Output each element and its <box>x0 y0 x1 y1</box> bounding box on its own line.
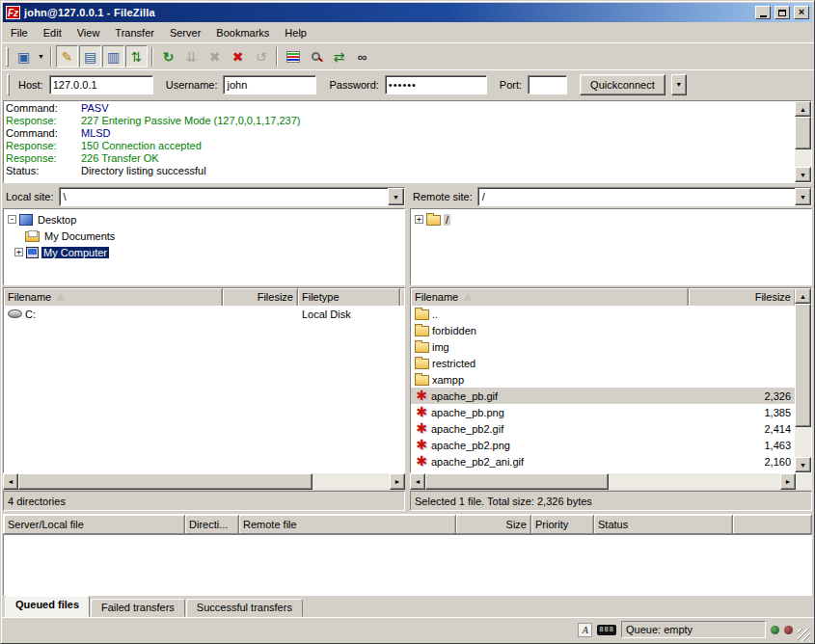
scroll-up-button[interactable]: ▲ <box>795 101 811 117</box>
minimize-button[interactable] <box>755 6 771 19</box>
file-row-apache-pb-gif[interactable]: ✱apache_pb.gif 2,326 <box>411 388 795 404</box>
expand-icon[interactable]: + <box>415 215 423 224</box>
scroll-up-button[interactable]: ▲ <box>795 288 811 304</box>
column-header-status[interactable]: Status <box>594 515 733 533</box>
local-site-combobox[interactable]: \ ▼ <box>59 187 405 206</box>
queue-tabs: Queued files Failed transfers Successful… <box>1 596 814 618</box>
menu-file[interactable]: File <box>3 25 36 40</box>
tree-item-root[interactable]: + / <box>411 211 811 228</box>
scrollbar-thumb[interactable] <box>795 117 811 149</box>
remote-site-combobox[interactable]: / ▼ <box>477 187 812 206</box>
local-directory-tree[interactable]: - Desktop My Documents + My Computer <box>3 208 405 285</box>
host-input[interactable] <box>49 75 153 94</box>
file-row-forbidden[interactable]: forbidden <box>411 322 795 338</box>
combo-dropdown-icon[interactable]: ▼ <box>388 188 404 205</box>
title-bar[interactable]: Fz john@127.0.0.1 - FileZilla × <box>3 3 812 22</box>
scroll-right-button[interactable]: ► <box>780 473 796 490</box>
menu-bookmarks[interactable]: Bookmarks <box>208 25 277 40</box>
column-header-filesize[interactable]: Filesize <box>223 288 298 306</box>
remote-vertical-scrollbar[interactable]: ▲ ▼ <box>795 288 811 472</box>
file-row-img[interactable]: img <box>411 338 795 355</box>
disconnect-button[interactable]: ✖ <box>227 45 249 67</box>
file-row-xampp[interactable]: xampp <box>411 371 795 388</box>
quickconnect-grip[interactable] <box>7 74 10 95</box>
site-manager-button[interactable]: ▣ <box>13 45 35 67</box>
speed-limits-icon[interactable]: 888 <box>597 625 616 635</box>
scrollbar-thumb[interactable] <box>425 473 609 490</box>
directory-comparison-button[interactable] <box>305 45 327 67</box>
port-input[interactable] <box>528 75 567 94</box>
file-row-c-drive[interactable]: C: Local Disk <box>4 306 404 322</box>
remote-horizontal-scrollbar[interactable]: ◄ ► <box>410 473 812 490</box>
synchronized-browsing-button[interactable]: ⇄ <box>328 45 350 67</box>
scrollbar-track[interactable] <box>795 427 811 457</box>
column-header-filename[interactable]: Filename <box>411 288 689 306</box>
column-header-server-local-file[interactable]: Server/Local file <box>4 515 185 533</box>
site-manager-icon: ▣ <box>17 50 30 64</box>
scroll-right-button[interactable]: ► <box>390 473 405 490</box>
local-list-body[interactable]: C: Local Disk <box>4 306 404 472</box>
toolbar-grip[interactable] <box>6 47 9 67</box>
password-input[interactable] <box>385 75 487 94</box>
transfer-queue-list[interactable] <box>3 534 812 596</box>
file-row-apache-pb2-png[interactable]: ✱apache_pb2.png 1,463 <box>411 437 795 453</box>
column-header-size[interactable]: Size <box>456 515 531 533</box>
tab-failed-transfers[interactable]: Failed transfers <box>91 599 185 617</box>
file-row-apache-pb2-ani-gif[interactable]: ✱apache_pb2_ani.gif 2,160 <box>411 453 795 470</box>
scrollbar-track[interactable] <box>795 149 811 167</box>
menu-transfer[interactable]: Transfer <box>107 25 162 40</box>
quickconnect-dropdown[interactable]: ▼ <box>671 74 687 95</box>
collapse-icon[interactable]: - <box>8 215 16 224</box>
scrollbar-track[interactable] <box>609 473 780 490</box>
menu-view[interactable]: View <box>69 25 108 40</box>
file-row-restricted[interactable]: restricted <box>411 355 795 371</box>
menu-edit[interactable]: Edit <box>36 25 69 40</box>
datatype-indicator-icon[interactable]: A <box>578 623 592 637</box>
toggle-transfer-queue-button[interactable]: ⇅ <box>125 45 148 67</box>
menu-help[interactable]: Help <box>277 25 314 40</box>
find-files-button[interactable]: ∞ <box>351 45 373 67</box>
scrollbar-thumb[interactable] <box>18 473 312 490</box>
column-header-filesize[interactable]: Filesize <box>689 288 795 306</box>
site-manager-dropdown[interactable]: ▼ <box>36 45 46 67</box>
column-header-filetype[interactable]: Filetype <box>298 288 400 306</box>
tab-queued-files[interactable]: Queued files <box>5 596 90 617</box>
remote-list-body[interactable]: .. forbidden img restricted <box>411 306 795 472</box>
local-horizontal-scrollbar[interactable]: ◄ ► <box>3 473 405 490</box>
scroll-left-button[interactable]: ◄ <box>3 473 18 490</box>
tree-item-my-computer[interactable]: + My Computer <box>4 244 404 260</box>
username-input[interactable] <box>223 75 316 94</box>
tree-item-desktop[interactable]: - Desktop <box>4 211 404 228</box>
tree-item-label: My Computer <box>41 247 109 258</box>
message-log-lines[interactable]: Command:PASV Response:227 Entering Passi… <box>4 101 795 182</box>
toggle-remote-tree-button[interactable]: ▥ <box>102 45 124 67</box>
toggle-message-log-button[interactable]: ✎ <box>56 45 78 67</box>
scrollbar-thumb[interactable] <box>795 304 811 427</box>
quickconnect-button[interactable]: Quickconnect <box>580 74 666 95</box>
column-header-filename[interactable]: Filename <box>4 288 223 306</box>
window-resize-grip[interactable] <box>798 629 810 641</box>
file-row-apache-pb-png[interactable]: ✱apache_pb.png 1,385 <box>411 404 795 420</box>
scroll-left-button[interactable]: ◄ <box>410 473 425 490</box>
file-row-parent-dir[interactable]: .. <box>411 306 795 322</box>
scroll-down-button[interactable]: ▼ <box>795 457 811 472</box>
file-row-apache-pb2-gif[interactable]: ✱apache_pb2.gif 2,414 <box>411 420 795 437</box>
log-vertical-scrollbar[interactable]: ▲ ▼ <box>795 101 811 182</box>
column-header-remote-file[interactable]: Remote file <box>239 515 456 533</box>
expand-icon[interactable]: + <box>14 248 23 256</box>
scroll-down-button[interactable]: ▼ <box>795 167 811 182</box>
column-header-priority[interactable]: Priority <box>531 515 594 533</box>
remote-directory-tree[interactable]: + / <box>410 208 812 285</box>
tree-item-my-documents[interactable]: My Documents <box>4 228 404 244</box>
close-button[interactable]: × <box>794 6 809 19</box>
queue-header: Server/Local file Directi... Remote file… <box>3 514 812 534</box>
scrollbar-track[interactable] <box>312 473 390 490</box>
toggle-local-tree-button[interactable]: ▤ <box>79 45 101 67</box>
combo-dropdown-icon[interactable]: ▼ <box>795 188 811 205</box>
menu-server[interactable]: Server <box>162 25 208 40</box>
refresh-button[interactable]: ↻ <box>157 45 179 67</box>
maximize-button[interactable] <box>774 6 790 19</box>
filter-button[interactable] <box>282 45 304 67</box>
column-header-direction[interactable]: Directi... <box>185 515 239 533</box>
tab-successful-transfers[interactable]: Successful transfers <box>186 599 303 617</box>
